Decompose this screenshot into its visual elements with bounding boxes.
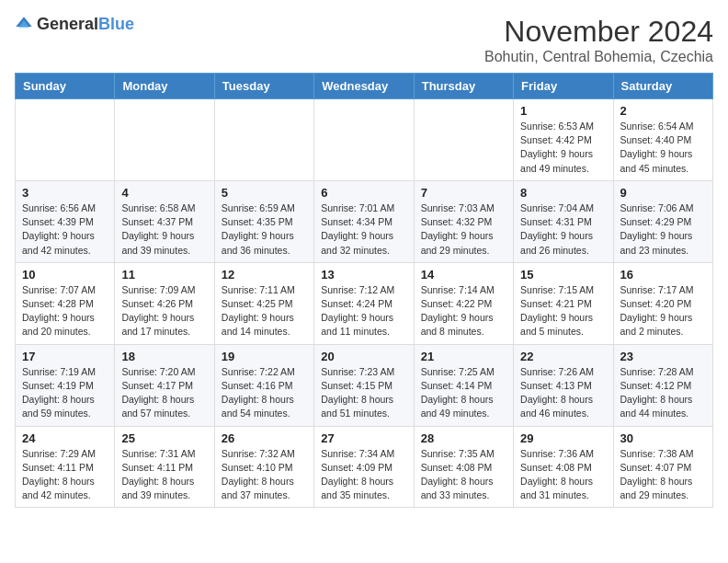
calendar-cell: 6Sunrise: 7:01 AM Sunset: 4:34 PM Daylig… xyxy=(314,180,414,262)
day-info: Sunrise: 7:09 AM Sunset: 4:26 PM Dayligh… xyxy=(121,283,207,339)
day-info: Sunrise: 6:53 AM Sunset: 4:42 PM Dayligh… xyxy=(520,120,606,176)
day-info: Sunrise: 7:19 AM Sunset: 4:19 PM Dayligh… xyxy=(22,365,108,421)
day-number: 1 xyxy=(520,104,606,118)
day-number: 9 xyxy=(620,186,706,200)
header: GeneralBlue November 2024 Bohutin, Centr… xyxy=(15,15,713,65)
day-number: 21 xyxy=(421,350,506,363)
day-number: 16 xyxy=(620,268,706,282)
logo: GeneralBlue xyxy=(15,15,134,34)
day-info: Sunrise: 7:35 AM Sunset: 4:08 PM Dayligh… xyxy=(421,447,506,503)
day-info: Sunrise: 7:04 AM Sunset: 4:31 PM Dayligh… xyxy=(520,201,606,258)
day-info: Sunrise: 7:22 AM Sunset: 4:16 PM Dayligh… xyxy=(222,365,307,421)
calendar-cell: 15Sunrise: 7:15 AM Sunset: 4:21 PM Dayli… xyxy=(514,262,613,344)
day-number: 27 xyxy=(321,431,406,445)
day-number: 15 xyxy=(520,268,606,282)
day-number: 24 xyxy=(22,431,108,445)
calendar-cell: 23Sunrise: 7:28 AM Sunset: 4:12 PM Dayli… xyxy=(613,344,712,426)
day-info: Sunrise: 6:58 AM Sunset: 4:37 PM Dayligh… xyxy=(121,201,207,258)
day-info: Sunrise: 7:31 AM Sunset: 4:11 PM Dayligh… xyxy=(121,447,207,503)
calendar-cell: 3Sunrise: 6:56 AM Sunset: 4:39 PM Daylig… xyxy=(16,180,115,262)
calendar-cell: 5Sunrise: 6:59 AM Sunset: 4:35 PM Daylig… xyxy=(214,180,313,262)
calendar-header-thursday: Thursday xyxy=(414,74,513,99)
day-number: 20 xyxy=(321,350,406,363)
calendar-cell: 28Sunrise: 7:35 AM Sunset: 4:08 PM Dayli… xyxy=(414,426,513,508)
day-info: Sunrise: 7:03 AM Sunset: 4:32 PM Dayligh… xyxy=(421,201,506,258)
day-number: 4 xyxy=(121,186,207,200)
day-info: Sunrise: 6:59 AM Sunset: 4:35 PM Dayligh… xyxy=(222,201,307,258)
day-number: 29 xyxy=(520,431,606,445)
calendar-cell: 20Sunrise: 7:23 AM Sunset: 4:15 PM Dayli… xyxy=(314,344,414,426)
calendar-cell: 1Sunrise: 6:53 AM Sunset: 4:42 PM Daylig… xyxy=(514,99,613,181)
day-info: Sunrise: 7:07 AM Sunset: 4:28 PM Dayligh… xyxy=(22,283,108,339)
calendar-cell: 11Sunrise: 7:09 AM Sunset: 4:26 PM Dayli… xyxy=(115,262,214,344)
calendar-cell: 16Sunrise: 7:17 AM Sunset: 4:20 PM Dayli… xyxy=(613,262,712,344)
day-number: 30 xyxy=(620,431,706,445)
day-info: Sunrise: 7:28 AM Sunset: 4:12 PM Dayligh… xyxy=(620,365,706,421)
logo-text-general: General xyxy=(37,15,98,33)
calendar-week-3: 10Sunrise: 7:07 AM Sunset: 4:28 PM Dayli… xyxy=(16,262,713,344)
calendar-header-wednesday: Wednesday xyxy=(314,74,414,99)
calendar-cell: 18Sunrise: 7:20 AM Sunset: 4:17 PM Dayli… xyxy=(115,344,214,426)
logo-text-blue: Blue xyxy=(98,15,134,33)
calendar-cell: 25Sunrise: 7:31 AM Sunset: 4:11 PM Dayli… xyxy=(115,426,214,508)
logo-icon xyxy=(15,16,33,34)
day-number: 17 xyxy=(22,350,108,363)
calendar-week-2: 3Sunrise: 6:56 AM Sunset: 4:39 PM Daylig… xyxy=(16,180,713,262)
day-info: Sunrise: 7:29 AM Sunset: 4:11 PM Dayligh… xyxy=(22,447,108,503)
calendar-header-saturday: Saturday xyxy=(613,74,712,99)
day-info: Sunrise: 7:06 AM Sunset: 4:29 PM Dayligh… xyxy=(620,201,706,258)
calendar-cell: 9Sunrise: 7:06 AM Sunset: 4:29 PM Daylig… xyxy=(613,180,712,262)
calendar-cell xyxy=(115,99,214,181)
day-number: 11 xyxy=(121,268,207,282)
day-number: 28 xyxy=(421,431,506,445)
day-number: 2 xyxy=(620,104,706,118)
day-info: Sunrise: 7:15 AM Sunset: 4:21 PM Dayligh… xyxy=(520,283,606,339)
day-number: 3 xyxy=(22,186,108,200)
day-info: Sunrise: 7:23 AM Sunset: 4:15 PM Dayligh… xyxy=(321,365,406,421)
day-info: Sunrise: 7:14 AM Sunset: 4:22 PM Dayligh… xyxy=(421,283,506,339)
day-info: Sunrise: 7:12 AM Sunset: 4:24 PM Dayligh… xyxy=(321,283,406,339)
day-info: Sunrise: 7:17 AM Sunset: 4:20 PM Dayligh… xyxy=(620,283,706,339)
calendar-cell xyxy=(414,99,513,181)
title-area: November 2024 Bohutin, Central Bohemia, … xyxy=(484,15,713,65)
calendar-cell: 30Sunrise: 7:38 AM Sunset: 4:07 PM Dayli… xyxy=(613,426,712,508)
day-number: 19 xyxy=(222,350,307,363)
calendar-cell: 13Sunrise: 7:12 AM Sunset: 4:24 PM Dayli… xyxy=(314,262,414,344)
calendar-cell: 24Sunrise: 7:29 AM Sunset: 4:11 PM Dayli… xyxy=(16,426,115,508)
calendar-header-sunday: Sunday xyxy=(16,74,115,99)
calendar-cell: 19Sunrise: 7:22 AM Sunset: 4:16 PM Dayli… xyxy=(214,344,313,426)
calendar-cell: 4Sunrise: 6:58 AM Sunset: 4:37 PM Daylig… xyxy=(115,180,214,262)
day-info: Sunrise: 7:38 AM Sunset: 4:07 PM Dayligh… xyxy=(620,447,706,503)
calendar-week-1: 1Sunrise: 6:53 AM Sunset: 4:42 PM Daylig… xyxy=(16,99,713,181)
day-number: 5 xyxy=(222,186,307,200)
day-info: Sunrise: 7:36 AM Sunset: 4:08 PM Dayligh… xyxy=(520,447,606,503)
day-info: Sunrise: 7:34 AM Sunset: 4:09 PM Dayligh… xyxy=(321,447,406,503)
day-number: 6 xyxy=(321,186,406,200)
calendar-cell: 21Sunrise: 7:25 AM Sunset: 4:14 PM Dayli… xyxy=(414,344,513,426)
day-number: 7 xyxy=(421,186,506,200)
calendar-cell: 12Sunrise: 7:11 AM Sunset: 4:25 PM Dayli… xyxy=(214,262,313,344)
day-number: 22 xyxy=(520,350,606,363)
day-number: 13 xyxy=(321,268,406,282)
day-info: Sunrise: 7:20 AM Sunset: 4:17 PM Dayligh… xyxy=(121,365,207,421)
day-number: 10 xyxy=(22,268,108,282)
day-info: Sunrise: 7:26 AM Sunset: 4:13 PM Dayligh… xyxy=(520,365,606,421)
calendar-cell: 26Sunrise: 7:32 AM Sunset: 4:10 PM Dayli… xyxy=(214,426,313,508)
month-title: November 2024 xyxy=(484,15,713,49)
calendar-cell xyxy=(16,99,115,181)
day-number: 26 xyxy=(222,431,307,445)
day-info: Sunrise: 7:32 AM Sunset: 4:10 PM Dayligh… xyxy=(222,447,307,503)
calendar-cell: 29Sunrise: 7:36 AM Sunset: 4:08 PM Dayli… xyxy=(514,426,613,508)
day-number: 25 xyxy=(121,431,207,445)
calendar-cell: 14Sunrise: 7:14 AM Sunset: 4:22 PM Dayli… xyxy=(414,262,513,344)
day-number: 14 xyxy=(421,268,506,282)
calendar-week-4: 17Sunrise: 7:19 AM Sunset: 4:19 PM Dayli… xyxy=(16,344,713,426)
location-title: Bohutin, Central Bohemia, Czechia xyxy=(484,49,713,65)
day-info: Sunrise: 7:01 AM Sunset: 4:34 PM Dayligh… xyxy=(321,201,406,258)
day-info: Sunrise: 6:56 AM Sunset: 4:39 PM Dayligh… xyxy=(22,201,108,258)
calendar-cell: 8Sunrise: 7:04 AM Sunset: 4:31 PM Daylig… xyxy=(514,180,613,262)
day-number: 23 xyxy=(620,350,706,363)
calendar-cell xyxy=(314,99,414,181)
day-number: 8 xyxy=(520,186,606,200)
day-info: Sunrise: 7:25 AM Sunset: 4:14 PM Dayligh… xyxy=(421,365,506,421)
